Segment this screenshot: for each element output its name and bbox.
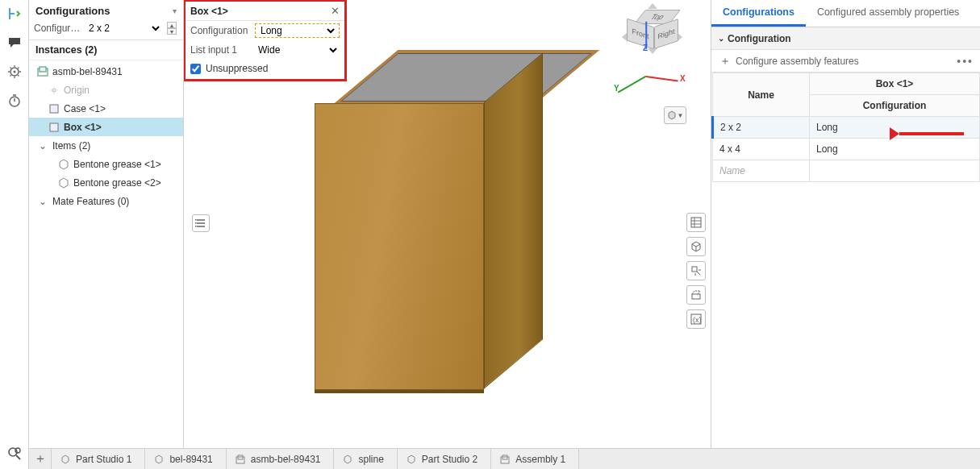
cell-name[interactable]: 4 x 4 [713, 139, 810, 160]
configure-assembly-features-button[interactable]: ＋ Configure assembly features [711, 50, 980, 73]
bom-icon[interactable] [686, 213, 706, 232]
tree-label: Bentone grease <2> [73, 177, 161, 189]
doc-tab[interactable]: Assembly 1 [491, 449, 579, 469]
gear-history-icon[interactable] [6, 63, 23, 81]
configuration-section-title: Configuration [728, 33, 791, 44]
doc-tab[interactable]: bel-89431 [145, 449, 226, 469]
popup-config-select[interactable]: Long [257, 24, 337, 37]
step-up-icon[interactable]: ▲ [167, 22, 177, 28]
tree-case-row[interactable]: Case <1> [29, 99, 183, 118]
part-studio-icon [153, 454, 165, 465]
collapse-icon[interactable]: ▾ [173, 6, 177, 15]
isometric-icon[interactable] [686, 237, 706, 256]
part-studio-icon [60, 454, 71, 465]
svg-rect-15 [692, 294, 700, 299]
new-row-name-input[interactable]: Name [713, 160, 810, 182]
close-icon[interactable]: ✕ [331, 5, 340, 17]
config-dropdown[interactable]: 2 x 2 [85, 22, 162, 35]
assembly-icon [499, 454, 511, 465]
config-stepper[interactable]: ▲ ▼ [167, 22, 177, 35]
col-config-header: Configuration [810, 95, 980, 117]
insert-feature-icon[interactable] [6, 5, 23, 23]
view-cube[interactable]: Top Front Right Z X Y [614, 5, 686, 93]
stopwatch-icon[interactable] [6, 92, 23, 110]
svg-rect-6 [40, 67, 46, 72]
item-icon [58, 177, 69, 189]
more-menu-icon[interactable]: ••• [957, 55, 974, 68]
col-name-header: Name [713, 73, 810, 117]
tree-label: Items (2) [52, 140, 90, 151]
svg-text:(x): (x) [693, 316, 702, 324]
section-view-icon[interactable] [686, 285, 706, 305]
annotation-arrow [899, 127, 964, 140]
svg-rect-10 [195, 219, 197, 221]
tree-item-row[interactable]: Bentone grease <2> [29, 173, 183, 192]
new-row-config[interactable] [810, 160, 980, 182]
variable-table-icon[interactable]: (x) [686, 309, 706, 329]
part-icon [48, 122, 60, 133]
doc-tab-label: Part Studio 1 [76, 454, 131, 465]
svg-rect-9 [50, 123, 58, 131]
doc-tab-label: Assembly 1 [515, 454, 565, 465]
instance-config-popup: Box <1> ✕ Configuration Long List input … [184, 0, 347, 81]
cell-name[interactable]: 2 x 2 [713, 117, 810, 139]
part-icon [48, 103, 60, 114]
tree-label: Bentone grease <1> [73, 159, 161, 170]
viewport-3d[interactable]: Box <1> ✕ Configuration Long List input … [184, 0, 711, 469]
popup-list-select[interactable]: Wide [255, 44, 340, 56]
left-panel: Configurations ▾ Configurati… 2 x 2 ▲ ▼ … [29, 0, 184, 469]
tree-label: Origin [64, 85, 90, 96]
viewcube-arrow-up-icon[interactable] [648, 3, 657, 9]
exploded-view-icon[interactable] [686, 261, 706, 280]
tree-box-row[interactable]: Box <1> [29, 118, 183, 136]
tree-label: Box <1> [64, 122, 102, 133]
instance-tree: asmb-bel-89431 Origin Case <1> Box <1> [29, 60, 183, 469]
chevron-down-icon[interactable]: ⌄ [37, 140, 48, 151]
feature-list-icon[interactable] [192, 214, 210, 232]
axis-y-label: Y [614, 84, 619, 93]
assembly-icon [235, 454, 246, 465]
doc-tab-label: spline [358, 454, 383, 465]
doc-tab-label: bel-89431 [169, 454, 212, 465]
comment-icon[interactable] [6, 34, 23, 52]
doc-tab[interactable]: spline [334, 449, 397, 469]
table-new-row[interactable]: Name [713, 160, 980, 182]
cell-config[interactable]: Long [810, 139, 980, 160]
left-vertical-toolbar [0, 0, 29, 469]
svg-rect-8 [50, 105, 58, 113]
origin-icon [48, 85, 60, 96]
doc-tab[interactable]: Part Studio 2 [398, 449, 491, 469]
chevron-down-icon[interactable]: ⌄ [37, 196, 48, 207]
doc-tab-label: asmb-bel-89431 [251, 454, 321, 465]
tab-configurations[interactable]: Configurations [711, 0, 806, 27]
part-studio-icon [406, 454, 417, 465]
tree-label: Mate Features (0) [52, 196, 129, 207]
popup-list-label: List input 1 [190, 44, 252, 56]
table-row[interactable]: 4 x 4 Long [713, 139, 980, 160]
document-tabs: ＋ Part Studio 1 bel-89431 asmb-bel-89431… [29, 448, 980, 469]
assembly-icon [37, 66, 48, 77]
config-dropdown-label: Configurati… [34, 23, 82, 34]
step-down-icon[interactable]: ▼ [167, 28, 177, 35]
tree-asm-row[interactable]: asmb-bel-89431 [29, 62, 183, 81]
popup-config-label: Configuration [190, 25, 252, 36]
viewport-right-toolbar: (x) [686, 213, 706, 329]
configurations-title: Configurations [35, 5, 110, 17]
display-mode-dropdown[interactable]: ▼ [664, 106, 686, 124]
tree-origin-row[interactable]: Origin [29, 81, 183, 99]
configuration-section-header[interactable]: ⌄ Configuration [711, 27, 980, 50]
doc-tab[interactable]: Part Studio 1 [52, 449, 145, 469]
axis-triad: Z X Y [619, 48, 683, 97]
add-tab-button[interactable]: ＋ [29, 449, 52, 469]
tree-mates-row[interactable]: ⌄ Mate Features (0) [29, 192, 183, 210]
svg-point-1 [13, 71, 15, 73]
popup-title: Box <1> [190, 6, 228, 17]
axis-z-label: Z [643, 44, 648, 52]
tree-items-row[interactable]: ⌄ Items (2) [29, 136, 183, 155]
doc-tab-label: Part Studio 2 [422, 454, 477, 465]
unsuppressed-checkbox[interactable] [190, 64, 201, 74]
tree-item-row[interactable]: Bentone grease <1> [29, 155, 183, 173]
review-search-icon[interactable] [6, 445, 23, 463]
tab-configured-properties[interactable]: Configured assembly properties [806, 0, 970, 27]
doc-tab[interactable]: asmb-bel-89431 [227, 449, 335, 469]
